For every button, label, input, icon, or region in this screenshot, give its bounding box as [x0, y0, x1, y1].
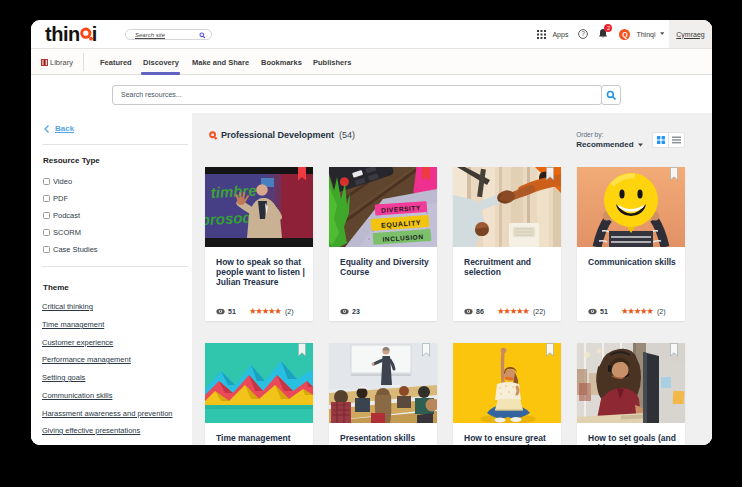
svg-text:timbre: timbre: [210, 182, 257, 201]
svg-text:?: ?: [582, 30, 586, 37]
